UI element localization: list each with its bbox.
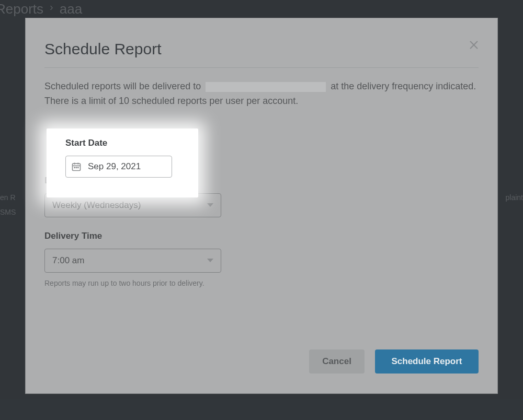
schedule-report-modal: Schedule Report Scheduled reports will b… (25, 18, 498, 394)
intro-pre: Scheduled reports will be delivered to (44, 81, 201, 91)
time-label: Delivery Time (44, 231, 479, 241)
svg-point-7 (76, 167, 76, 168)
time-hint: Reports may run up to two hours prior to… (44, 279, 479, 287)
svg-point-8 (78, 167, 78, 168)
divider (44, 67, 479, 68)
modal-title: Schedule Report (44, 40, 479, 58)
chevron-down-icon (207, 259, 213, 262)
intro-text: Scheduled reports will be delivered to a… (44, 79, 479, 109)
redacted-email (206, 82, 326, 92)
start-date-value: Sep 29, 2021 (88, 161, 141, 172)
close-icon[interactable] (468, 39, 480, 51)
time-value: 7:00 am (52, 255, 84, 266)
time-select[interactable]: 7:00 am (44, 249, 221, 273)
svg-point-6 (74, 167, 75, 168)
start-date-label: Start Date (65, 138, 198, 148)
modal-footer-buttons: Cancel Schedule Report (309, 349, 479, 374)
calendar-icon (71, 161, 82, 172)
frequency-value: Weekly (Wednesdays) (52, 200, 141, 211)
cancel-button[interactable]: Cancel (309, 349, 365, 374)
chevron-down-icon (207, 203, 213, 207)
start-date-input[interactable]: Sep 29, 2021 (65, 156, 172, 178)
start-date-highlight: Start Date Sep 29, 2021 (47, 129, 198, 197)
schedule-report-button[interactable]: Schedule Report (375, 349, 479, 374)
